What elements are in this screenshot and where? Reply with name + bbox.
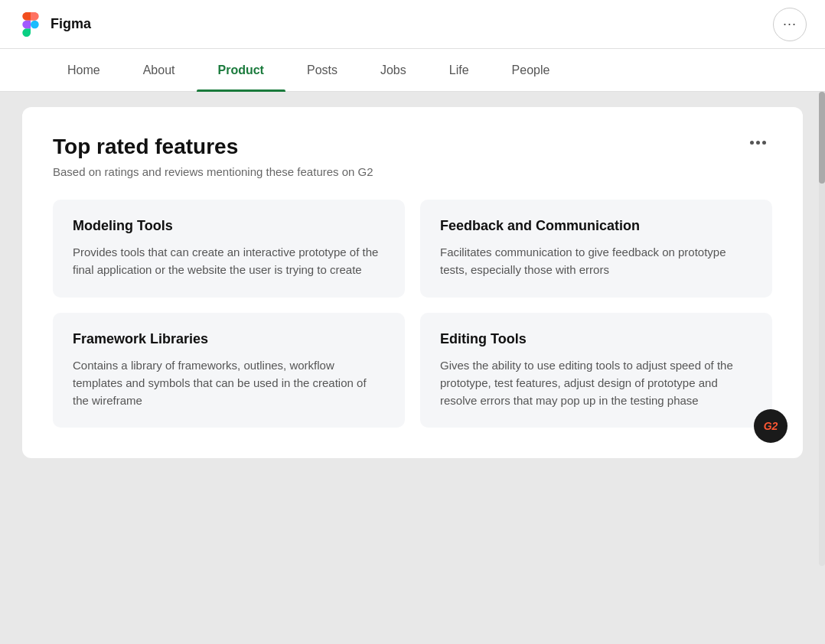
- features-grid: Modeling ToolsProvides tools that can cr…: [53, 200, 772, 428]
- feature-title: Feedback and Communication: [440, 218, 752, 234]
- feature-description: Provides tools that can create an intera…: [73, 243, 385, 279]
- main-content: Top rated features Based on ratings and …: [0, 92, 825, 473]
- nav-item-jobs[interactable]: Jobs: [359, 49, 428, 92]
- feature-title: Editing Tools: [440, 331, 752, 347]
- scroll-thumb: [819, 92, 825, 184]
- scroll-track[interactable]: [819, 92, 825, 566]
- feature-card: Modeling ToolsProvides tools that can cr…: [53, 200, 405, 298]
- g2-icon: G2: [764, 420, 778, 432]
- dot-1: [750, 141, 754, 145]
- dot-2: [756, 141, 760, 145]
- feature-description: Gives the ability to use editing tools t…: [440, 356, 752, 410]
- nav-item-about[interactable]: About: [122, 49, 197, 92]
- card-subtitle: Based on ratings and reviews mentioning …: [53, 165, 772, 178]
- nav-item-home[interactable]: Home: [46, 49, 122, 92]
- nav-item-life[interactable]: Life: [428, 49, 491, 92]
- card-more-options-button[interactable]: [744, 138, 772, 148]
- three-dots-icon: ···: [783, 16, 797, 32]
- card-title: Top rated features: [53, 135, 238, 159]
- app-name: Figma: [51, 16, 91, 32]
- card-header: Top rated features: [53, 135, 772, 159]
- nav-item-posts[interactable]: Posts: [285, 49, 359, 92]
- figma-logo-icon: [18, 12, 43, 37]
- feature-title: Modeling Tools: [73, 218, 385, 234]
- nav-item-people[interactable]: People: [491, 49, 572, 92]
- features-card: Top rated features Based on ratings and …: [22, 107, 803, 458]
- feature-card: Framework LibrariesContains a library of…: [53, 313, 405, 428]
- feature-description: Contains a library of frameworks, outlin…: [73, 356, 385, 410]
- nav-item-product[interactable]: Product: [197, 49, 285, 92]
- main-nav: Home About Product Posts Jobs Life Peopl…: [0, 49, 825, 92]
- feature-card: Feedback and CommunicationFacilitates co…: [420, 200, 772, 298]
- dot-3: [762, 141, 766, 145]
- feature-description: Facilitates communication to give feedba…: [440, 243, 752, 279]
- g2-badge-button[interactable]: G2: [754, 409, 788, 443]
- header: Figma ···: [0, 0, 825, 49]
- feature-card: Editing ToolsGives the ability to use ed…: [420, 313, 772, 428]
- header-left: Figma: [18, 12, 91, 37]
- more-options-button[interactable]: ···: [773, 8, 807, 41]
- feature-title: Framework Libraries: [73, 331, 385, 347]
